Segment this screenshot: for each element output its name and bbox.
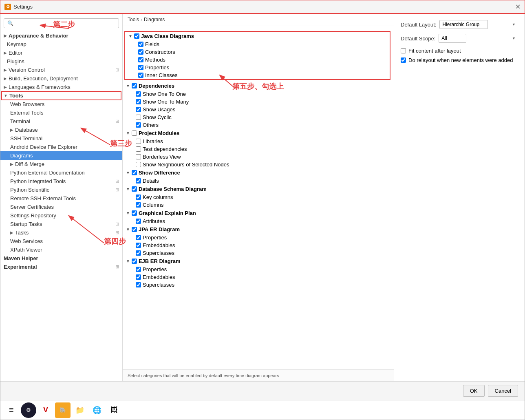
tree-item-columns[interactable]: Columns (123, 201, 394, 209)
fit-content-checkbox[interactable] (401, 48, 406, 53)
taskbar-item-4[interactable]: 📁 (72, 402, 88, 418)
dependencies-header[interactable]: ▼ Dependencies (123, 82, 394, 90)
sidebar-item-keymap[interactable]: Keymap (0, 40, 122, 49)
taskbar-item-1[interactable]: ⚙ (21, 402, 36, 418)
tree-item-ejb-props[interactable]: Properties (123, 265, 394, 273)
borderless-checkbox[interactable] (136, 154, 141, 159)
sidebar-item-experimental[interactable]: Experimental ⊞ (0, 263, 122, 271)
tree-item-show-one-to-many[interactable]: Show One To Many (123, 98, 394, 106)
sidebar-item-external-tools[interactable]: External Tools (0, 108, 122, 117)
constructors-checkbox[interactable] (138, 49, 143, 55)
java-class-section-header[interactable]: ▼ Java Class Diagrams (125, 32, 390, 40)
sidebar-item-database[interactable]: ▶ Database (0, 126, 122, 134)
tree-item-show-neighbours[interactable]: Show Neighbours of Selected Nodes (123, 161, 394, 168)
tree-item-jpa-superclasses[interactable]: Superclasses (123, 249, 394, 257)
project-modules-checkbox[interactable] (132, 130, 137, 136)
test-deps-checkbox[interactable] (136, 146, 141, 152)
sidebar-item-server-certs[interactable]: Server Certificates (0, 203, 122, 211)
close-button[interactable]: ✕ (515, 3, 521, 11)
ejb-superclasses-checkbox[interactable] (136, 282, 141, 287)
sidebar-item-editor[interactable]: ▶ Editor (0, 49, 122, 57)
sidebar-item-diff-merge[interactable]: ▶ Diff & Merge (0, 160, 122, 168)
sidebar-item-ssh-terminal[interactable]: SSH Terminal (0, 134, 122, 143)
tree-item-ejb-superclasses[interactable]: Superclasses (123, 281, 394, 289)
key-columns-checkbox[interactable] (136, 195, 141, 200)
others-checkbox[interactable] (136, 122, 141, 128)
sidebar-item-python-ext-doc[interactable]: Python External Documentation (0, 168, 122, 177)
ejb-er-checkbox[interactable] (132, 259, 137, 264)
taskbar-item-6[interactable]: 🖼 (106, 402, 122, 418)
sidebar-item-tools[interactable]: ▼ Tools (0, 91, 122, 100)
dependencies-checkbox[interactable] (132, 83, 137, 88)
db-schema-header[interactable]: ▼ Database Schema Diagram (123, 185, 394, 193)
neighbours-checkbox[interactable] (136, 162, 141, 167)
tree-item-ejb-embeddables[interactable]: Embeddables (123, 273, 394, 281)
sidebar-item-appearance[interactable]: ▶ Appearance & Behavior (0, 31, 122, 40)
show-difference-header[interactable]: ▼ Show Difference (123, 168, 394, 177)
sidebar-item-remote-ssh[interactable]: Remote SSH External Tools (0, 194, 122, 203)
tree-item-borderless[interactable]: Borderless View (123, 153, 394, 161)
sidebar-item-xpath-viewer[interactable]: XPath Viewer (0, 245, 122, 254)
tree-item-constructors[interactable]: Constructors (125, 48, 390, 56)
sidebar-item-terminal[interactable]: Terminal ⊞ (0, 117, 122, 126)
default-layout-select[interactable]: Hierarchic Group Circular Orthogonal Tre… (439, 20, 488, 29)
sidebar-item-settings-repo[interactable]: Settings Repository (0, 211, 122, 220)
sidebar-item-android[interactable]: Android Device File Explorer (0, 143, 122, 151)
ok-button[interactable]: OK (463, 385, 485, 397)
sidebar-item-build[interactable]: ▶ Build, Execution, Deployment (0, 74, 122, 83)
tree-item-test-deps[interactable]: Test dependencies (123, 145, 394, 153)
tree-item-jpa-embeddables[interactable]: Embeddables (123, 241, 394, 249)
inner-classes-checkbox[interactable] (138, 73, 143, 78)
tree-item-show-one-to-one[interactable]: Show One To One (123, 90, 394, 98)
tree-item-fields[interactable]: Fields (125, 40, 390, 48)
sidebar-item-maven-helper[interactable]: Maven Helper (0, 254, 122, 263)
tree-item-others[interactable]: Others (123, 121, 394, 129)
methods-checkbox[interactable] (138, 57, 143, 62)
ejb-embeddables-checkbox[interactable] (136, 274, 141, 280)
fields-checkbox[interactable] (138, 42, 143, 47)
sidebar-item-version-control[interactable]: ▶ Version Control ⊞ (0, 66, 122, 74)
tree-item-show-cyclic[interactable]: Show Cyclic (123, 113, 394, 121)
tree-item-show-usages[interactable]: Show Usages (123, 106, 394, 113)
tree-item-jpa-props[interactable]: Properties (123, 234, 394, 241)
sidebar-item-web-browsers[interactable]: Web Browsers (0, 100, 122, 108)
tree-item-libraries[interactable]: Libraries (123, 137, 394, 145)
libraries-checkbox[interactable] (136, 139, 141, 144)
taskbar-item-2[interactable]: V (38, 402, 53, 418)
one-to-many-checkbox[interactable] (136, 99, 141, 104)
tree-item-properties[interactable]: Properties (125, 64, 390, 71)
one-to-one-checkbox[interactable] (136, 91, 141, 97)
graphical-explain-header[interactable]: ▼ Graphical Explain Plan (123, 209, 394, 217)
sidebar-item-languages[interactable]: ▶ Languages & Frameworks (0, 83, 122, 91)
project-modules-header[interactable]: ▼ Project Modules (123, 129, 394, 137)
jpa-embeddables-checkbox[interactable] (136, 243, 141, 248)
taskbar-item-3[interactable]: 🐘 (55, 402, 71, 418)
sidebar-item-web-services[interactable]: Web Services (0, 237, 122, 245)
ejb-er-header[interactable]: ▼ EJB ER Diagram (123, 257, 394, 265)
sidebar-item-python-integrated[interactable]: Python Integrated Tools ⊞ (0, 177, 122, 186)
taskbar-menu-btn[interactable]: ☰ (4, 402, 19, 418)
relayout-checkbox[interactable] (401, 57, 406, 63)
sidebar-item-plugins[interactable]: Plugins (0, 57, 122, 66)
show-difference-checkbox[interactable] (132, 170, 137, 175)
search-input[interactable] (4, 18, 119, 28)
sidebar-item-startup-tasks[interactable]: Startup Tasks ⊞ (0, 220, 122, 228)
jpa-props-checkbox[interactable] (136, 235, 141, 240)
tree-item-key-columns[interactable]: Key columns (123, 193, 394, 201)
attributes-gep-checkbox[interactable] (136, 219, 141, 224)
tree-item-details[interactable]: Details (123, 177, 394, 185)
jpa-er-header[interactable]: ▼ JPA ER Diagram (123, 225, 394, 234)
jpa-er-checkbox[interactable] (132, 227, 137, 232)
sidebar-item-tasks[interactable]: ▶ Tasks ⊞ (0, 228, 122, 237)
tree-item-attributes-gep[interactable]: Attributes (123, 217, 394, 225)
ejb-props-checkbox[interactable] (136, 267, 141, 272)
cyclic-checkbox[interactable] (136, 115, 141, 120)
sidebar-item-python-scientific[interactable]: Python Scientific ⊞ (0, 186, 122, 194)
details-checkbox[interactable] (136, 178, 141, 183)
usages-checkbox[interactable] (136, 107, 141, 112)
sidebar-item-diagrams[interactable]: Diagrams (0, 151, 122, 160)
columns-checkbox[interactable] (136, 202, 141, 208)
java-class-checkbox[interactable] (134, 33, 139, 39)
cancel-button[interactable]: Cancel (488, 385, 518, 397)
default-scope-select[interactable]: All Project Module (439, 34, 466, 43)
